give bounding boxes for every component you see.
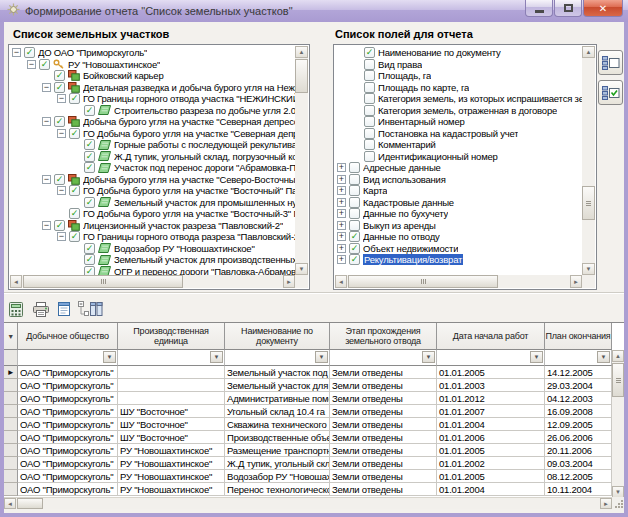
- tree-item[interactable]: Категория земель, отраженная в договоре: [335, 105, 582, 117]
- row-selector[interactable]: ►: [4, 366, 18, 379]
- collapse-icon[interactable]: −: [42, 221, 51, 230]
- minimize-button[interactable]: [525, 0, 553, 17]
- table-row[interactable]: ОАО "Приморскуголь"Административные поме…: [4, 392, 624, 405]
- tree-item[interactable]: +Кадастровые данные: [335, 197, 582, 209]
- checkbox[interactable]: [364, 151, 375, 162]
- expand-icon[interactable]: +: [337, 221, 346, 230]
- tree-item[interactable]: +Данные по бухучету: [335, 208, 582, 220]
- checkbox[interactable]: ✓: [54, 70, 65, 81]
- filter-cell-plan[interactable]: ▼: [545, 350, 612, 366]
- tree-item[interactable]: ✓Участок под перенос дороги "Абрамовка-П…: [10, 162, 295, 174]
- checkbox[interactable]: [349, 197, 360, 208]
- tree-item[interactable]: −✓РУ "Новошахтинское": [10, 59, 295, 71]
- resize-grip-icon[interactable]: [612, 497, 624, 509]
- tree-item[interactable]: Постановка на кадастровый учет: [335, 128, 582, 140]
- close-button[interactable]: ✕: [583, 0, 623, 17]
- tree-item[interactable]: ✓Ж.Д тупик, угольный склад, погрузочный …: [10, 151, 295, 163]
- table-row[interactable]: ОАО "Приморскуголь"ШУ "Восточное"Произво…: [4, 431, 624, 444]
- checkbox[interactable]: ✓: [69, 93, 80, 104]
- expand-icon[interactable]: +: [337, 232, 346, 241]
- maximize-button[interactable]: [554, 0, 582, 17]
- tree-item[interactable]: Инвентарный номер: [335, 116, 582, 128]
- checkbox[interactable]: [364, 116, 375, 127]
- scroll-up-icon[interactable]: ▲: [612, 350, 624, 362]
- expand-icon[interactable]: +: [337, 244, 346, 253]
- report-button[interactable]: [57, 301, 71, 317]
- scroll-right-icon[interactable]: ►: [283, 275, 295, 288]
- checkbox[interactable]: ✓: [84, 162, 95, 173]
- collapse-icon[interactable]: −: [57, 94, 66, 103]
- scroll-up-icon[interactable]: ▲: [295, 46, 308, 58]
- checkbox[interactable]: [349, 220, 360, 231]
- checkbox[interactable]: [364, 70, 375, 81]
- expand-icon[interactable]: +: [337, 198, 346, 207]
- table-row[interactable]: ОАО "Приморскуголь"ШУ "Восточное"Угольны…: [4, 405, 624, 418]
- column-header-docname[interactable]: Наименование по документу: [225, 323, 330, 350]
- collapse-icon[interactable]: −: [27, 60, 36, 69]
- filter-dropdown-icon[interactable]: ▼: [103, 351, 116, 363]
- left-tree-horizontal-scrollbar[interactable]: ◄ ►: [10, 275, 295, 288]
- collapse-icon[interactable]: −: [57, 129, 66, 138]
- checkbox[interactable]: ✓: [54, 220, 65, 231]
- checkbox[interactable]: [349, 174, 360, 185]
- column-header-plan[interactable]: План окончания: [545, 323, 612, 350]
- tree-item[interactable]: Вид права: [335, 59, 582, 71]
- checkbox[interactable]: ✓: [69, 128, 80, 139]
- table-row[interactable]: ОАО "Приморскуголь"РУ "Новошахтинское"Ра…: [4, 444, 624, 457]
- table-row[interactable]: ОАО "Приморскуголь"РУ "Новошахтинское"Пе…: [4, 483, 624, 496]
- row-selector[interactable]: [4, 392, 18, 405]
- checkbox[interactable]: ✓: [349, 243, 360, 254]
- tree-item[interactable]: +✓Рекультивация/возврат: [335, 254, 582, 266]
- tree-item[interactable]: −✓ДО ОАО "Приморскуголь": [10, 47, 295, 59]
- table-row[interactable]: ОАО "Приморскуголь"ШУ "Восточное"Скважин…: [4, 418, 624, 431]
- filter-dropdown-icon[interactable]: ▼: [597, 351, 610, 363]
- scroll-right-icon[interactable]: ►: [600, 498, 612, 509]
- column-header-start[interactable]: Дата начала работ: [437, 323, 545, 350]
- scroll-up-icon[interactable]: ▲: [582, 46, 595, 58]
- right-tree-vertical-scrollbar[interactable]: ▲ ▼: [582, 46, 595, 275]
- collapse-icon[interactable]: −: [42, 83, 51, 92]
- checkbox[interactable]: ✓: [24, 47, 35, 58]
- checkbox[interactable]: [349, 185, 360, 196]
- filter-cell-start[interactable]: ▼: [437, 350, 545, 366]
- tree-item[interactable]: +✓Данные по отводу: [335, 231, 582, 243]
- checkbox[interactable]: [349, 208, 360, 219]
- checkbox[interactable]: ✓: [349, 231, 360, 242]
- tree-item[interactable]: Площадь по карте, га: [335, 82, 582, 94]
- tree-item[interactable]: ✓Земельный участок для промышленных нужд…: [10, 197, 295, 209]
- tree-item[interactable]: +Выкуп из аренды: [335, 220, 582, 232]
- checkbox[interactable]: [364, 82, 375, 93]
- table-row[interactable]: ►ОАО "Приморскуголь"Земельный участок по…: [4, 366, 624, 379]
- checkbox[interactable]: ✓: [54, 174, 65, 185]
- checkbox[interactable]: ✓: [69, 208, 80, 219]
- expand-icon[interactable]: +: [337, 255, 346, 264]
- scroll-left-icon[interactable]: ◄: [10, 275, 22, 288]
- uncheck-all-fields-button[interactable]: [598, 50, 623, 75]
- tree-item[interactable]: ✓Бойковский карьер: [10, 70, 295, 82]
- tree-item[interactable]: ✓Водозабор РУ "Новошахтинское": [10, 243, 295, 255]
- tree-item[interactable]: −✓ГО Границы горного отвода разреза "Пав…: [10, 231, 295, 243]
- checkbox[interactable]: [349, 162, 360, 173]
- checkbox[interactable]: ✓: [54, 82, 65, 93]
- tree-item[interactable]: −✓Лицензионный участок разреза "Павловск…: [10, 220, 295, 232]
- collapse-icon[interactable]: −: [12, 48, 21, 57]
- tree-item[interactable]: +Карта: [335, 185, 582, 197]
- check-all-fields-button[interactable]: [598, 80, 623, 105]
- checkbox[interactable]: [364, 128, 375, 139]
- collapse-icon[interactable]: −: [42, 175, 51, 184]
- row-selector[interactable]: [4, 444, 18, 457]
- checkbox[interactable]: ✓: [54, 116, 65, 127]
- filter-cell-stage[interactable]: ▼: [330, 350, 437, 366]
- table-row[interactable]: ОАО "Приморскуголь"РУ "Новошахтинское"Ж.…: [4, 457, 624, 470]
- title-bar[interactable]: Формирование отчета "Список земельных уч…: [0, 0, 628, 22]
- collapse-icon[interactable]: −: [57, 186, 66, 195]
- column-header-unit[interactable]: Производственная единица: [118, 323, 225, 350]
- tree-item[interactable]: +Вид использования: [335, 174, 582, 186]
- filter-cell-company[interactable]: ▼: [18, 350, 118, 366]
- scroll-down-icon[interactable]: ▼: [295, 263, 308, 275]
- checkbox[interactable]: [364, 105, 375, 116]
- scroll-left-icon[interactable]: ◄: [335, 275, 347, 288]
- tree-item[interactable]: ✓Строительство разреза по добыче угля 2.…: [10, 105, 295, 117]
- scroll-down-icon[interactable]: ▼: [582, 263, 595, 275]
- expand-icon[interactable]: +: [337, 209, 346, 218]
